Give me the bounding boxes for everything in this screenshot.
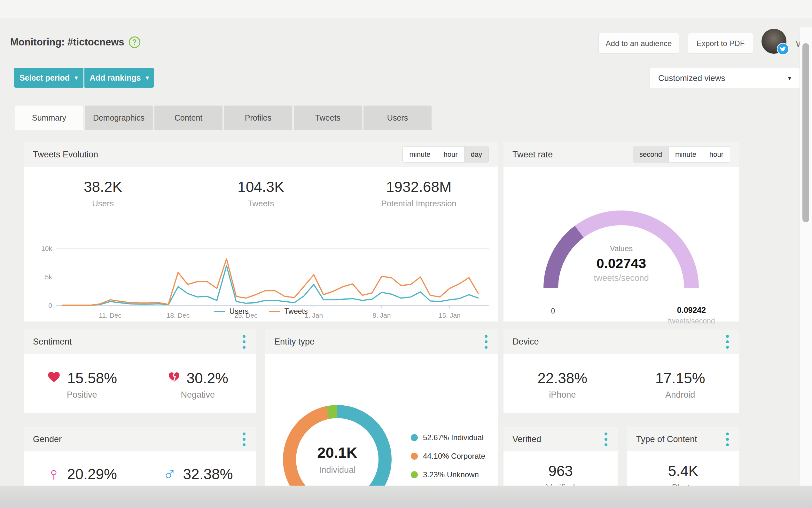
legend-tweets[interactable]: Tweets: [269, 307, 308, 316]
tweet-rate-granularity-toggle: second minute hour: [633, 146, 730, 163]
tab-summary[interactable]: Summary: [15, 105, 83, 130]
device-android-value: 17.15%: [655, 370, 705, 387]
gauge-min-label: 0: [542, 307, 564, 315]
legend-users-label: Users: [230, 307, 249, 316]
add-rankings-label: Add rankings: [90, 73, 141, 83]
legend-individual-label: 52.67% Individual: [423, 433, 483, 442]
device-menu-icon[interactable]: [725, 334, 730, 350]
stat-tweets-value: 104.3K: [182, 178, 340, 196]
type-of-content-value: 5.4K: [668, 462, 699, 479]
select-period-label: Select period: [19, 73, 70, 83]
sentiment-menu-icon[interactable]: [241, 334, 247, 350]
toggle-minute[interactable]: minute: [403, 147, 437, 162]
sentiment-positive: 15.58% Positive: [24, 354, 140, 413]
toggle-minute-rate[interactable]: minute: [668, 147, 703, 162]
help-icon[interactable]: ?: [129, 37, 140, 48]
tab-tweets[interactable]: Tweets: [294, 105, 362, 130]
page-scrollbar[interactable]: [800, 27, 812, 485]
toggle-second[interactable]: second: [633, 147, 668, 162]
tab-profiles[interactable]: Profiles: [224, 105, 292, 130]
gauge-max-value: 0.09242: [656, 305, 727, 315]
tweets-evolution-stats: 38.2K Users 104.3K Tweets 1932.68M Poten…: [24, 178, 498, 209]
toggle-hour[interactable]: hour: [437, 147, 464, 162]
stat-impressions-value: 1932.68M: [340, 178, 498, 196]
main-tabs: Summary Demographics Content Profiles Tw…: [15, 105, 432, 130]
device-android: 17.15% Android: [621, 354, 739, 413]
legend-corporate-dot: [411, 453, 418, 460]
tab-users[interactable]: Users: [364, 105, 432, 130]
legend-tweets-label: Tweets: [285, 307, 308, 316]
stat-impressions: 1932.68M Potential Impression: [340, 178, 498, 209]
sentiment-body: 15.58% Positive 30.2% Negative: [24, 354, 256, 413]
entity-type-card: Entity type 20.1K Individual 52.67% Indi…: [265, 330, 498, 508]
stat-users-value: 38.2K: [24, 178, 182, 196]
export-pdf-label: Export to PDF: [697, 39, 745, 48]
toggle-hour-rate[interactable]: hour: [703, 147, 730, 162]
legend-tweets-swatch: [269, 311, 280, 312]
bottom-fade-band: [0, 485, 812, 508]
customized-views-dropdown[interactable]: Customized views ▾: [650, 68, 800, 88]
select-period-button[interactable]: Select period ▾: [14, 68, 84, 88]
entity-type-menu-icon[interactable]: [483, 334, 489, 350]
tweet-rate-card: Tweet rate second minute hour Values 0.0…: [504, 142, 739, 322]
verified-header: Verified: [504, 427, 618, 451]
sentiment-title: Sentiment: [33, 337, 72, 347]
device-title: Device: [513, 337, 539, 347]
gender-title: Gender: [33, 434, 62, 444]
scrollbar-thumb[interactable]: [802, 43, 809, 222]
select-period-caret-icon: ▾: [75, 74, 78, 81]
stat-users: 38.2K Users: [24, 178, 182, 209]
sentiment-negative-label: Negative: [181, 390, 215, 400]
page-title: Monitoring: #tictocnews ?: [10, 37, 140, 48]
export-pdf-button[interactable]: Export to PDF: [688, 33, 753, 54]
customized-views-caret-icon: ▾: [788, 74, 791, 82]
tweet-rate-header: Tweet rate second minute hour: [504, 142, 739, 167]
device-iphone-label: iPhone: [549, 390, 576, 400]
gender-men-value: 32.38%: [183, 465, 233, 483]
tab-content[interactable]: Content: [154, 105, 223, 130]
sentiment-card: Sentiment 15.58% Positive 30.2%: [24, 330, 256, 413]
tab-demographics[interactable]: Demographics: [85, 105, 153, 130]
sentiment-header: Sentiment: [24, 330, 256, 354]
gauge-value-text: 0.02743: [504, 256, 739, 271]
legend-users[interactable]: Users: [214, 307, 249, 316]
add-rankings-button[interactable]: Add rankings ▾: [84, 68, 154, 88]
entity-type-title: Entity type: [274, 337, 315, 347]
legend-unknown-dot: [411, 471, 418, 478]
tweet-rate-title: Tweet rate: [513, 150, 553, 160]
verified-menu-icon[interactable]: [603, 431, 609, 448]
browser-top-strip: [0, 0, 812, 18]
broken-heart-icon: [168, 372, 180, 384]
device-header: Device: [504, 330, 739, 354]
type-of-content-title: Type of Content: [636, 434, 697, 444]
user-avatar[interactable]: [762, 29, 786, 54]
sentiment-positive-label: Positive: [67, 390, 97, 400]
gauge-values-title: Values: [504, 244, 739, 253]
sentiment-negative-value: 30.2%: [187, 370, 228, 387]
tweets-evolution-body: 38.2K Users 104.3K Tweets 1932.68M Poten…: [24, 167, 498, 322]
sentiment-positive-value: 15.58%: [67, 370, 117, 387]
entity-center-value: 20.1K: [317, 444, 357, 461]
svg-text:10k: 10k: [41, 245, 52, 252]
stat-tweets-label: Tweets: [182, 199, 340, 209]
entity-type-header: Entity type: [265, 330, 498, 354]
legend-unknown-label: 3.23% Unknown: [423, 470, 479, 479]
tweets-evolution-header: Tweets Evolution minute hour day: [24, 142, 498, 167]
add-to-audience-label: Add to an audience: [606, 39, 672, 48]
sentiment-negative: 30.2% Negative: [140, 354, 256, 413]
toggle-day[interactable]: day: [464, 147, 488, 162]
device-iphone: 22.38% iPhone: [504, 354, 621, 413]
twitter-badge-icon: [777, 43, 789, 55]
gender-menu-icon[interactable]: [241, 431, 247, 448]
page-title-text: Monitoring: #tictocnews: [10, 37, 124, 48]
tweets-evolution-granularity-toggle: minute hour day: [402, 146, 489, 163]
stat-impressions-label: Potential Impression: [340, 199, 498, 209]
svg-text:5k: 5k: [45, 273, 52, 281]
customized-views-label: Customized views: [658, 73, 725, 83]
legend-unknown: 3.23% Unknown: [411, 470, 485, 479]
type-of-content-menu-icon[interactable]: [725, 431, 730, 448]
legend-individual: 52.67% Individual: [411, 433, 485, 442]
male-icon: ♂: [163, 465, 177, 483]
tweet-rate-body: Values 0.02743 tweets/second 0 0.09242 t…: [504, 167, 739, 322]
add-to-audience-button[interactable]: Add to an audience: [599, 33, 679, 54]
